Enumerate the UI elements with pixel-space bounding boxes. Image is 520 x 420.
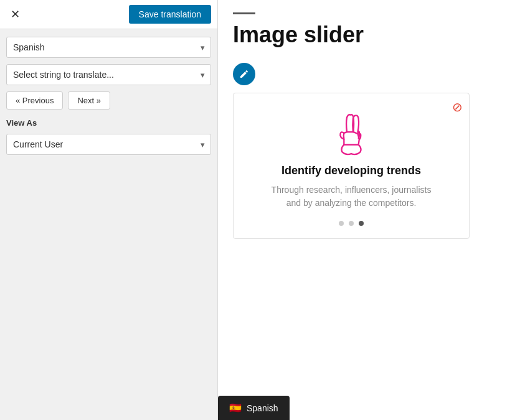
- language-select-wrapper: Spanish French German Italian Portuguese: [6, 37, 211, 58]
- spain-flag-icon: 🇪🇸: [229, 402, 242, 414]
- dot-1[interactable]: [339, 221, 344, 226]
- next-button[interactable]: Next »: [68, 91, 110, 110]
- peace-hand-icon: [329, 112, 373, 156]
- previous-button[interactable]: « Previous: [6, 91, 63, 110]
- left-panel: ✕ Save translation Spanish French German…: [0, 0, 218, 420]
- card-title: Identify developing trends: [246, 164, 456, 177]
- nav-buttons: « Previous Next »: [6, 91, 211, 110]
- dot-3[interactable]: [359, 221, 364, 226]
- close-icon: ✕: [11, 7, 20, 21]
- language-badge[interactable]: 🇪🇸 Spanish: [218, 396, 290, 420]
- edit-button[interactable]: [233, 63, 255, 85]
- card-description: Through research, influencers, journalis…: [264, 184, 438, 210]
- dot-2[interactable]: [349, 221, 354, 226]
- page-divider: [233, 12, 255, 14]
- top-bar: ✕ Save translation: [0, 0, 217, 29]
- language-badge-label: Spanish: [247, 403, 278, 413]
- slider-card: ⊘ Identify developing trends: [233, 93, 470, 239]
- close-button[interactable]: ✕: [6, 6, 24, 23]
- right-panel: Image slider ⊘: [218, 0, 520, 420]
- view-as-select[interactable]: Current User Administrator Editor Subscr…: [6, 134, 211, 155]
- panel-body: Spanish French German Italian Portuguese…: [0, 29, 217, 162]
- view-as-select-wrapper: Current User Administrator Editor Subscr…: [6, 134, 211, 155]
- string-select-wrapper: Select string to translate...: [6, 64, 211, 85]
- view-as-label: View As: [6, 118, 211, 128]
- slider-dots: [246, 221, 456, 226]
- pencil-icon: [239, 69, 249, 79]
- save-translation-button[interactable]: Save translation: [129, 5, 211, 24]
- page-title: Image slider: [233, 22, 505, 48]
- string-select[interactable]: Select string to translate...: [6, 64, 211, 85]
- block-icon: ⊘: [452, 100, 463, 114]
- language-select[interactable]: Spanish French German Italian Portuguese: [6, 37, 211, 58]
